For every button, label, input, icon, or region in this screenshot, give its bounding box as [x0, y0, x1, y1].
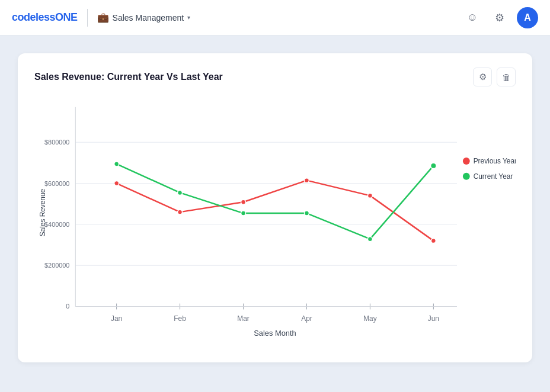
- svg-point-24: [114, 181, 119, 186]
- chevron-down-icon: ▾: [187, 14, 190, 21]
- svg-point-31: [178, 190, 183, 195]
- svg-text:Sales Month: Sales Month: [254, 329, 296, 338]
- brand-logo: codelessONE: [12, 11, 78, 24]
- card-header: Sales Revenue: Current Year Vs Last Year…: [34, 68, 516, 86]
- brand-part2: ONE: [55, 11, 78, 23]
- navbar: codelessONE 💼 Sales Management ▾ ☺ ⚙ A: [0, 0, 550, 36]
- brand-part1: codeless: [12, 11, 55, 23]
- svg-text:Jun: Jun: [428, 314, 439, 323]
- module-selector[interactable]: 💼 Sales Management ▾: [97, 12, 191, 23]
- svg-text:0: 0: [66, 303, 69, 310]
- card-settings-button[interactable]: ⚙: [473, 68, 492, 86]
- svg-point-27: [305, 178, 309, 183]
- emoji-icon-button[interactable]: ☺: [462, 8, 482, 28]
- navbar-actions: ☺ ⚙ A: [462, 7, 538, 28]
- navbar-divider: [87, 9, 88, 27]
- module-icon: 💼: [97, 12, 109, 23]
- card-actions: ⚙ 🗑: [473, 68, 516, 86]
- main-content: Sales Revenue: Current Year Vs Last Year…: [0, 36, 550, 392]
- svg-text:$800000: $800000: [44, 139, 69, 146]
- svg-text:$600000: $600000: [44, 180, 69, 187]
- svg-text:Current Year: Current Year: [474, 172, 513, 181]
- svg-text:Apr: Apr: [301, 314, 312, 323]
- sales-revenue-card: Sales Revenue: Current Year Vs Last Year…: [18, 53, 532, 362]
- svg-point-28: [367, 193, 372, 198]
- svg-text:Sales Revenue: Sales Revenue: [39, 188, 47, 236]
- svg-point-33: [305, 211, 309, 216]
- svg-text:Previous Year: Previous Year: [474, 157, 516, 165]
- avatar[interactable]: A: [517, 7, 538, 28]
- svg-text:Feb: Feb: [174, 314, 186, 323]
- card-title: Sales Revenue: Current Year Vs Last Year: [34, 72, 223, 82]
- line-chart: 0 $200000 $400000 $600000 $800000 Sales …: [34, 91, 516, 346]
- svg-text:Jan: Jan: [111, 314, 122, 323]
- chart-container: 0 $200000 $400000 $600000 $800000 Sales …: [34, 91, 516, 346]
- svg-point-30: [114, 162, 119, 166]
- card-delete-button[interactable]: 🗑: [497, 68, 516, 86]
- svg-point-26: [241, 200, 246, 204]
- svg-point-25: [178, 210, 183, 214]
- svg-point-34: [367, 237, 372, 242]
- svg-point-36: [463, 158, 470, 165]
- svg-text:May: May: [363, 314, 376, 323]
- settings-icon-button[interactable]: ⚙: [490, 8, 510, 28]
- svg-point-38: [463, 173, 470, 180]
- svg-text:$200000: $200000: [44, 262, 69, 269]
- svg-point-29: [431, 239, 436, 243]
- svg-text:Mar: Mar: [237, 314, 249, 323]
- module-label: Sales Management: [113, 13, 184, 23]
- svg-text:$400000: $400000: [44, 221, 69, 228]
- svg-point-32: [241, 211, 246, 216]
- svg-point-35: [430, 163, 436, 169]
